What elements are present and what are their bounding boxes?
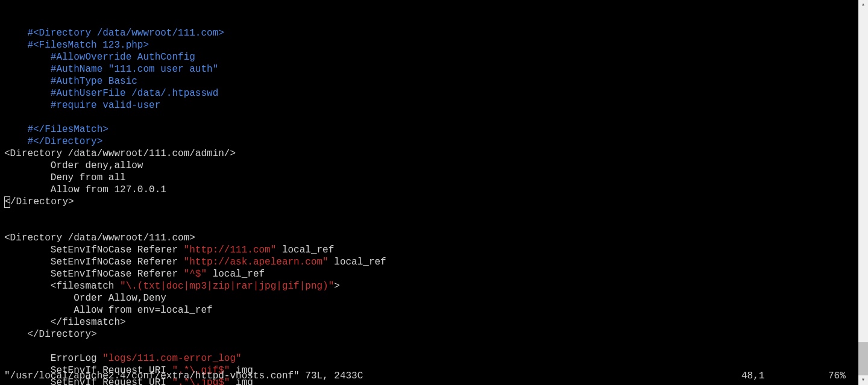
scrollbar-arrow-down-icon[interactable]: ▾: [858, 375, 868, 385]
cursor: <: [4, 196, 10, 208]
code-segment: <Directory /data/wwwroot/111.com>: [4, 233, 195, 243]
code-line[interactable]: #</Directory>: [4, 136, 854, 148]
code-segment: #AuthUserFile /data/.htpasswd: [4, 88, 218, 99]
code-segment: <Directory /data/wwwroot/111.com/admin/>: [4, 148, 236, 159]
code-line[interactable]: SetEnvIfNoCase Referer "http://111.com" …: [4, 244, 854, 256]
code-line[interactable]: Order deny,allow: [4, 160, 854, 172]
status-percent: 76%: [828, 370, 846, 382]
code-segment: </Directory>: [4, 329, 97, 340]
code-line[interactable]: Allow from env=local_ref: [4, 304, 854, 316]
status-line-col: 48,1: [741, 370, 764, 382]
code-line[interactable]: </Directory>: [4, 328, 854, 340]
code-line[interactable]: </Directory>: [4, 196, 854, 208]
code-line[interactable]: Deny from all: [4, 172, 854, 184]
code-line[interactable]: [4, 208, 854, 220]
code-segment: local_ref: [207, 269, 265, 280]
code-segment: #</FilesMatch>: [4, 124, 108, 135]
code-segment: SetEnvIfNoCase Referer: [4, 245, 184, 255]
code-segment: "\.(txt|doc|mp3|zip|rar|jpg|gif|png)": [120, 281, 334, 292]
code-line[interactable]: #<FilesMatch 123.php>: [4, 39, 854, 51]
code-line[interactable]: <Directory /data/wwwroot/111.com>: [4, 232, 854, 244]
code-line[interactable]: Allow from 127.0.0.1: [4, 184, 854, 196]
code-segment: "^$": [184, 269, 207, 280]
code-segment: #AuthType Basic: [4, 76, 137, 87]
code-segment: /Directory>: [10, 196, 74, 207]
code-segment: #<Directory /data/wwwroot/111.com>: [4, 28, 224, 39]
code-segment: "logs/111.com-error_log": [102, 353, 241, 364]
code-line[interactable]: <filesmatch "\.(txt|doc|mp3|zip|rar|jpg|…: [4, 280, 854, 292]
code-segment: #require valid-user: [4, 100, 160, 111]
code-segment: local_ref: [276, 245, 334, 255]
code-segment: Allow from env=local_ref: [4, 305, 213, 316]
code-line[interactable]: Order Allow,Deny: [4, 292, 854, 304]
code-segment: Allow from 127.0.0.1: [4, 184, 166, 195]
code-line[interactable]: #AuthType Basic: [4, 75, 854, 87]
scrollbar-arrow-up-icon[interactable]: ▴: [858, 0, 868, 10]
code-segment: >: [334, 281, 340, 292]
code-segment: "http://ask.apelearn.com": [184, 257, 329, 268]
code-segment: Order deny,allow: [4, 160, 143, 171]
code-line[interactable]: [4, 220, 854, 232]
code-segment: ErrorLog: [4, 353, 102, 364]
code-segment: "http://111.com": [184, 245, 277, 255]
code-line[interactable]: <Directory /data/wwwroot/111.com/admin/>: [4, 148, 854, 160]
scrollbar-thumb[interactable]: [858, 342, 868, 375]
code-segment: Order Allow,Deny: [4, 293, 166, 304]
code-area[interactable]: #<Directory /data/wwwroot/111.com> #<Fil…: [4, 27, 854, 385]
code-line[interactable]: #AuthUserFile /data/.htpasswd: [4, 87, 854, 99]
scrollbar-track[interactable]: ▴ ▾: [858, 0, 868, 385]
code-segment: local_ref: [329, 257, 386, 268]
status-file-info: "/usr/local/apache2.4/conf/extra/httpd-v…: [4, 370, 363, 382]
code-line[interactable]: #</FilesMatch>: [4, 124, 854, 136]
code-line[interactable]: #AllowOverride AuthConfig: [4, 51, 854, 63]
code-segment: <filesmatch: [4, 281, 120, 292]
code-line[interactable]: SetEnvIfNoCase Referer "^$" local_ref: [4, 268, 854, 280]
code-segment: #AllowOverride AuthConfig: [4, 52, 195, 63]
code-segment: #AuthName "111.com user auth": [4, 64, 218, 75]
code-segment: #<FilesMatch 123.php>: [4, 40, 149, 51]
code-line[interactable]: SetEnvIfNoCase Referer "http://ask.apele…: [4, 256, 854, 268]
code-segment: </filesmatch>: [4, 317, 126, 328]
code-segment: #</Directory>: [4, 136, 102, 147]
code-line[interactable]: </filesmatch>: [4, 316, 854, 328]
code-line[interactable]: #<Directory /data/wwwroot/111.com>: [4, 27, 854, 39]
code-segment: SetEnvIfNoCase Referer: [4, 257, 184, 268]
code-line[interactable]: [4, 340, 854, 352]
code-line[interactable]: ErrorLog "logs/111.com-error_log": [4, 352, 854, 365]
code-segment: Deny from all: [4, 172, 126, 183]
code-segment: SetEnvIfNoCase Referer: [4, 269, 184, 280]
terminal-editor-viewport[interactable]: #<Directory /data/wwwroot/111.com> #<Fil…: [0, 0, 858, 385]
code-line[interactable]: [4, 111, 854, 124]
code-line[interactable]: #require valid-user: [4, 99, 854, 111]
code-line[interactable]: #AuthName "111.com user auth": [4, 63, 854, 75]
